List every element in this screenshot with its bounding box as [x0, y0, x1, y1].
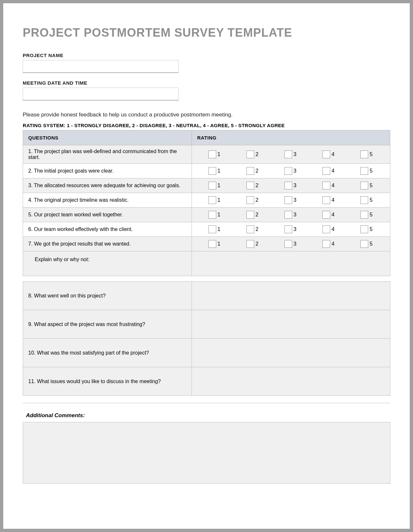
rating-checkbox[interactable]	[322, 151, 330, 158]
rating-option: 3	[284, 196, 297, 204]
rating-checkbox[interactable]	[360, 240, 368, 248]
rating-checkbox[interactable]	[284, 167, 292, 175]
rating-checkbox[interactable]	[360, 167, 368, 175]
table-row: 10. What was the most satisfying part of…	[23, 339, 390, 367]
rating-cell: 12345	[192, 193, 390, 208]
rating-checkbox[interactable]	[208, 225, 216, 233]
explain-label: Explain why or why not:	[23, 251, 192, 276]
rating-number: 2	[256, 168, 259, 174]
rating-checkbox[interactable]	[284, 196, 292, 204]
rating-cell: 12345	[192, 178, 390, 193]
rating-option: 1	[208, 225, 221, 233]
rating-checkbox[interactable]	[208, 240, 216, 248]
rating-checkbox[interactable]	[322, 211, 330, 219]
rating-option: 4	[322, 240, 335, 248]
rating-checkbox[interactable]	[246, 211, 254, 219]
rating-checkbox[interactable]	[360, 182, 368, 189]
open-question-text: 11. What issues would you like to discus…	[23, 367, 192, 396]
rating-checkbox[interactable]	[360, 211, 368, 219]
explain-answer-cell[interactable]	[192, 251, 390, 276]
page-title: PROJECT POSTMORTEM SURVEY TEMPLATE	[23, 26, 390, 40]
rating-checkbox[interactable]	[322, 196, 330, 204]
rating-checkbox[interactable]	[208, 196, 216, 204]
rating-checkbox[interactable]	[284, 182, 292, 189]
rating-number: 1	[218, 226, 221, 232]
rating-option: 2	[246, 211, 259, 219]
rating-number: 4	[332, 183, 335, 188]
table-row: 1. The project plan was well-defined and…	[23, 145, 390, 164]
open-answer-cell[interactable]	[192, 282, 390, 310]
rating-number: 5	[369, 168, 373, 174]
rating-checkbox[interactable]	[208, 211, 216, 219]
rating-checkbox[interactable]	[360, 225, 368, 233]
rating-questions-table: QUESTIONS RATING 1. The project plan was…	[23, 130, 390, 276]
rating-checkbox[interactable]	[284, 240, 292, 248]
question-text: 6. Our team worked effectively with the …	[23, 222, 192, 237]
open-answer-cell[interactable]	[192, 339, 390, 367]
rating-checkbox[interactable]	[246, 182, 254, 189]
explain-row: Explain why or why not:	[23, 251, 390, 276]
open-answer-cell[interactable]	[192, 367, 390, 396]
rating-number: 5	[369, 226, 373, 232]
rating-checkbox[interactable]	[360, 196, 368, 204]
table-row: 7. We got the project results that we wa…	[23, 237, 390, 251]
question-text: 4. The original project timeline was rea…	[23, 193, 192, 208]
rating-option: 4	[322, 225, 335, 233]
rating-checkbox[interactable]	[322, 167, 330, 175]
rating-option: 4	[322, 211, 335, 219]
rating-checkbox[interactable]	[208, 182, 216, 189]
rating-cell: 12345	[192, 237, 390, 251]
rating-option: 3	[284, 240, 297, 248]
rating-option: 1	[208, 211, 221, 219]
rating-option: 3	[284, 151, 297, 158]
additional-comments-label: Additional Comments:	[23, 410, 390, 421]
table-row: 3. The allocated resources were adequate…	[23, 178, 390, 193]
rating-checkbox[interactable]	[246, 167, 254, 175]
rating-option: 2	[246, 151, 259, 158]
rating-checkbox[interactable]	[322, 225, 330, 233]
instruction-text: Please provide honest feedback to help u…	[23, 112, 390, 118]
rating-option: 4	[322, 182, 335, 189]
rating-checkbox[interactable]	[284, 211, 292, 219]
rating-number: 5	[369, 197, 373, 203]
rating-checkbox[interactable]	[246, 151, 254, 158]
meeting-datetime-label: MEETING DATE AND TIME	[23, 80, 390, 86]
rating-checkbox[interactable]	[246, 225, 254, 233]
project-name-input[interactable]	[23, 60, 179, 73]
question-text: 1. The project plan was well-defined and…	[23, 145, 192, 164]
open-answer-cell[interactable]	[192, 310, 390, 339]
rating-number: 2	[256, 241, 259, 247]
rating-number: 3	[294, 183, 297, 188]
rating-number: 5	[369, 183, 373, 188]
rating-number: 4	[332, 212, 335, 218]
meeting-datetime-input[interactable]	[23, 88, 179, 101]
rating-option: 3	[284, 167, 297, 175]
table-row: 11. What issues would you like to discus…	[23, 367, 390, 396]
rating-checkbox[interactable]	[208, 151, 216, 158]
rating-number: 3	[294, 226, 297, 232]
rating-checkbox[interactable]	[284, 225, 292, 233]
rating-checkbox[interactable]	[284, 151, 292, 158]
rating-checkbox[interactable]	[322, 240, 330, 248]
rating-number: 4	[332, 241, 335, 247]
rating-option: 3	[284, 225, 297, 233]
rating-checkbox[interactable]	[208, 167, 216, 175]
rating-checkbox[interactable]	[246, 240, 254, 248]
rating-option: 2	[246, 240, 259, 248]
additional-comments-input[interactable]	[23, 422, 390, 484]
rating-number: 3	[294, 151, 297, 157]
rating-checkbox[interactable]	[246, 196, 254, 204]
document-page: PROJECT POSTMORTEM SURVEY TEMPLATE PROJE…	[3, 3, 410, 529]
rating-option: 4	[322, 196, 335, 204]
question-text: 7. We got the project results that we wa…	[23, 237, 192, 251]
rating-checkbox[interactable]	[322, 182, 330, 189]
table-row: 6. Our team worked effectively with the …	[23, 222, 390, 237]
rating-checkbox[interactable]	[360, 151, 368, 158]
rating-number: 1	[218, 212, 221, 218]
rating-option: 2	[246, 196, 259, 204]
rating-cell: 12345	[192, 222, 390, 237]
rating-number: 1	[218, 241, 221, 247]
rating-number: 5	[369, 212, 373, 218]
rating-option: 1	[208, 240, 221, 248]
rating-option: 1	[208, 196, 221, 204]
